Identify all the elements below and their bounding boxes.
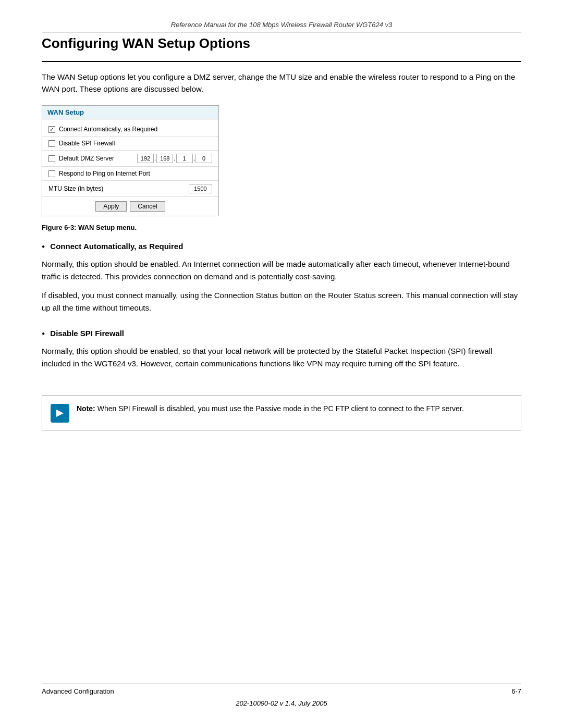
wan-setup-box: WAN Setup Connect Automatically, as Requ… [42, 105, 219, 216]
bullet-title-2: Disable SPI Firewall [50, 329, 124, 338]
cancel-button[interactable]: Cancel [130, 201, 165, 212]
connect-auto-label: Connect Automatically, as Required [59, 126, 157, 133]
bullet-dot-2: • [42, 329, 45, 340]
bullet-section-1: • Connect Automatically, as Required Nor… [42, 242, 521, 320]
note-bold: Note: [77, 404, 95, 413]
bullet-item-1: • Connect Automatically, as Required [42, 242, 521, 255]
header-rule [42, 32, 521, 32]
disable-spi-row: Disable SPI Firewall [42, 137, 218, 151]
dmz-checkbox[interactable] [48, 155, 55, 162]
connect-auto-row: Connect Automatically, as Required [42, 122, 218, 137]
footer-area: Advanced Configuration 6-7 202-10090-02 … [42, 668, 521, 707]
dmz-ip-inputs: . . . [137, 154, 212, 163]
footer-right: 6-7 [511, 687, 521, 695]
intro-paragraph: The WAN Setup options let you configure … [42, 71, 521, 95]
dmz-ip-octet3[interactable] [176, 154, 193, 163]
bullet-para1-2: Normally, this option should be enabled,… [42, 345, 521, 370]
dmz-label: Default DMZ Server [59, 155, 114, 162]
footer-left: Advanced Configuration [42, 687, 114, 695]
bullet-dot-1: • [42, 242, 45, 253]
note-body: When SPI Firewall is disabled, you must … [95, 404, 464, 413]
mtu-label: MTU Size (in bytes) [48, 185, 189, 192]
connect-auto-checkbox[interactable] [48, 126, 55, 133]
chapter-title: Configuring WAN Setup Options [42, 35, 521, 52]
dmz-ip-octet4[interactable] [195, 154, 212, 163]
mtu-row: MTU Size (in bytes) [42, 181, 218, 197]
footer-rule [42, 684, 521, 684]
header-text: Reference Manual for the 108 Mbps Wirele… [42, 21, 521, 29]
wan-setup-title: WAN Setup [42, 106, 218, 119]
ping-checkbox[interactable] [48, 170, 55, 177]
footer-row: Advanced Configuration 6-7 [42, 687, 521, 695]
ping-row: Respond to Ping on Internet Port [42, 167, 218, 181]
title-rule [42, 61, 521, 62]
note-box: Note: When SPI Firewall is disabled, you… [42, 395, 521, 430]
note-arrow-icon [51, 404, 69, 423]
note-text: Note: When SPI Firewall is disabled, you… [77, 403, 464, 414]
mtu-input[interactable] [189, 184, 212, 193]
dmz-ip-octet1[interactable] [137, 154, 154, 163]
dmz-ip-octet2[interactable] [156, 154, 173, 163]
svg-marker-0 [56, 410, 64, 417]
bullet-para1-1: Normally, this option should be enabled.… [42, 258, 521, 283]
footer-center: 202-10090-02 v 1.4, July 2005 [42, 699, 521, 707]
disable-spi-label: Disable SPI Firewall [59, 140, 115, 147]
bullet-item-2: • Disable SPI Firewall [42, 329, 521, 342]
disable-spi-checkbox[interactable] [48, 140, 55, 147]
bullet-para2-1: If disabled, you must connect manually, … [42, 289, 521, 314]
bullet-section-2: • Disable SPI Firewall Normally, this op… [42, 329, 521, 376]
bullet-title-1: Connect Automatically, as Required [50, 242, 183, 251]
dmz-row: Default DMZ Server . . . [42, 151, 218, 167]
apply-button[interactable]: Apply [95, 201, 127, 212]
arrow-right-icon [54, 408, 66, 419]
button-row: Apply Cancel [42, 197, 218, 216]
ping-label: Respond to Ping on Internet Port [59, 170, 150, 177]
figure-caption: Figure 6-3: WAN Setup menu. [42, 224, 521, 231]
